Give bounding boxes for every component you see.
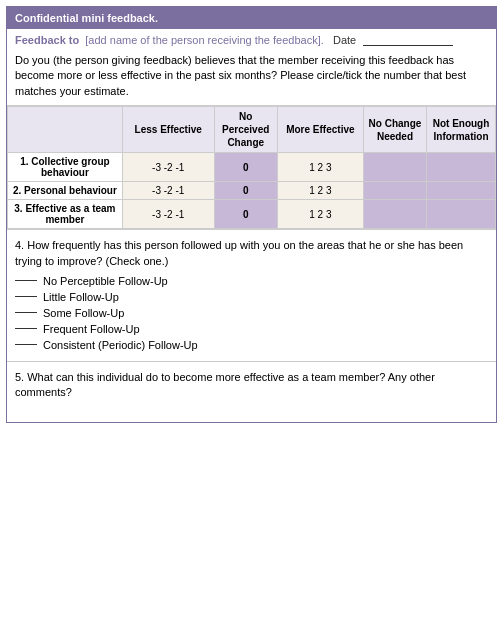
followup-options: No Perceptible Follow-UpLittle Follow-Up… — [15, 275, 488, 351]
zero-value: 0 — [214, 182, 277, 200]
option-label: No Perceptible Follow-Up — [43, 275, 168, 287]
table-row: 3. Effective as a team member-3 -2 -101 … — [8, 200, 496, 229]
less-effective-values: -3 -2 -1 — [122, 153, 214, 182]
table-row: 1. Collective group behaviour-3 -2 -101 … — [8, 153, 496, 182]
rating-table: Less Effective No Perceived Change More … — [7, 106, 496, 229]
feedback-to-row: Feedback to [add name of the person rece… — [7, 29, 496, 49]
date-line — [363, 45, 453, 46]
more-effective-values: 1 2 3 — [277, 153, 363, 182]
col-header-more-effective: More Effective — [277, 107, 363, 153]
col-header-less-effective: Less Effective — [122, 107, 214, 153]
header-title: Confidential mini feedback. — [15, 12, 158, 24]
table-row: 2. Personal behaviour-3 -2 -101 2 3 — [8, 182, 496, 200]
followup-option: Consistent (Periodic) Follow-Up — [15, 339, 488, 351]
behavior-label: 3. Effective as a team member — [8, 200, 123, 229]
feedback-to-label: Feedback to — [15, 34, 79, 46]
comments-section: 5. What can this individual do to become… — [7, 362, 496, 422]
option-line — [15, 328, 37, 329]
option-line — [15, 344, 37, 345]
description-text: Do you (the person giving feedback) beli… — [7, 49, 496, 106]
option-label: Some Follow-Up — [43, 307, 124, 319]
followup-option: Little Follow-Up — [15, 291, 488, 303]
option-line — [15, 312, 37, 313]
not-enough-info-cell — [427, 200, 496, 229]
not-enough-info-cell — [427, 182, 496, 200]
col-header-no-perceived-change: No Perceived Change — [214, 107, 277, 153]
col-header-no-change-needed: No Change Needed — [363, 107, 426, 153]
option-label: Little Follow-Up — [43, 291, 119, 303]
followup-option: Some Follow-Up — [15, 307, 488, 319]
followup-section: 4. How frequently has this person follow… — [7, 229, 496, 362]
behavior-label: 2. Personal behaviour — [8, 182, 123, 200]
form-header: Confidential mini feedback. — [7, 7, 496, 29]
feedback-to-placeholder: [add name of the person receiving the fe… — [85, 34, 324, 46]
less-effective-values: -3 -2 -1 — [122, 182, 214, 200]
followup-option: Frequent Follow-Up — [15, 323, 488, 335]
option-line — [15, 280, 37, 281]
date-label: Date — [333, 34, 356, 46]
zero-value: 0 — [214, 153, 277, 182]
followup-option: No Perceptible Follow-Up — [15, 275, 488, 287]
option-line — [15, 296, 37, 297]
no-change-needed-cell — [363, 182, 426, 200]
more-effective-values: 1 2 3 — [277, 182, 363, 200]
col-header-behavior — [8, 107, 123, 153]
option-label: Consistent (Periodic) Follow-Up — [43, 339, 198, 351]
option-label: Frequent Follow-Up — [43, 323, 140, 335]
more-effective-values: 1 2 3 — [277, 200, 363, 229]
form-container: Confidential mini feedback. Feedback to … — [6, 6, 497, 423]
followup-question: 4. How frequently has this person follow… — [15, 238, 488, 269]
zero-value: 0 — [214, 200, 277, 229]
behavior-label: 1. Collective group behaviour — [8, 153, 123, 182]
no-change-needed-cell — [363, 153, 426, 182]
comments-text: 5. What can this individual do to become… — [15, 371, 435, 398]
no-change-needed-cell — [363, 200, 426, 229]
less-effective-values: -3 -2 -1 — [122, 200, 214, 229]
col-header-not-enough-info: Not Enough Information — [427, 107, 496, 153]
not-enough-info-cell — [427, 153, 496, 182]
